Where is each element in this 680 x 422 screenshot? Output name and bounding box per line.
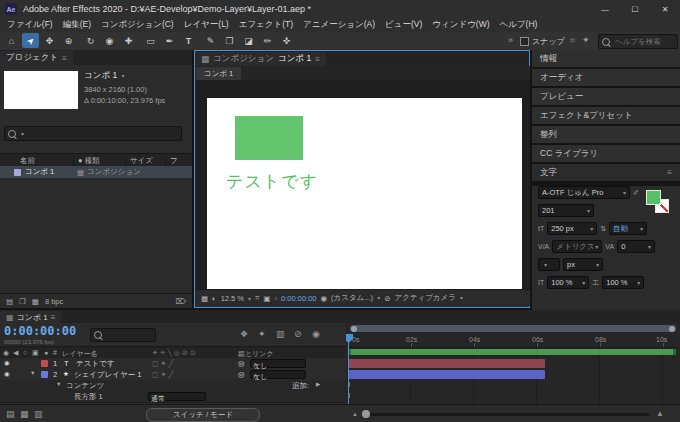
expander-icon[interactable]: ▼: [30, 370, 35, 376]
comp-timecode[interactable]: 0:00:00:00: [281, 294, 316, 303]
layer-name[interactable]: テストです: [76, 359, 114, 369]
number-column-header[interactable]: #: [53, 349, 57, 356]
pen-tool-icon[interactable]: ✒: [161, 33, 178, 48]
horizontal-scale-select[interactable]: 100 %▾: [602, 276, 644, 289]
parent-select[interactable]: なし▾: [250, 370, 306, 379]
stroke-style-select[interactable]: ▾: [538, 258, 560, 271]
snapshot-camera-icon[interactable]: ◉: [321, 294, 328, 303]
frame-blend-icon[interactable]: ⊘: [294, 329, 302, 339]
selection-tool-icon[interactable]: ➤: [22, 33, 39, 48]
panel-effects-presets[interactable]: エフェクト&プリセット: [532, 107, 680, 124]
help-search[interactable]: [598, 34, 678, 49]
orbit-tool-icon[interactable]: ↻: [82, 33, 99, 48]
hand-tool-icon[interactable]: ✥: [41, 33, 58, 48]
fill-stroke-swatches[interactable]: [646, 190, 672, 216]
region-of-interest-icon[interactable]: ▫: [274, 294, 277, 303]
interpret-footage-icon[interactable]: ▤: [6, 297, 13, 306]
type-tool-icon[interactable]: T: [180, 33, 197, 48]
parent-select[interactable]: なし▾: [250, 359, 306, 368]
font-size-select[interactable]: 250 px▾: [547, 222, 597, 235]
puppet-tool-icon[interactable]: ✜: [278, 33, 295, 48]
rotobrush-tool-icon[interactable]: ✏: [259, 33, 276, 48]
vertical-scale-select[interactable]: 100 %▾: [547, 276, 589, 289]
viewer-tab-comp1[interactable]: コンポ 1: [196, 67, 241, 80]
col-type[interactable]: ● 種類: [74, 156, 126, 166]
layer-switches[interactable]: ◻ ✦ ╱: [152, 359, 173, 368]
expand-layer-switches-icon[interactable]: ▤: [6, 409, 15, 419]
resolution-control[interactable]: (カスタム...) ▾: [331, 293, 380, 303]
pan-behind-tool-icon[interactable]: ✚: [120, 33, 137, 48]
layer-duration-bar-text[interactable]: [348, 359, 545, 368]
new-folder-icon[interactable]: ❐: [19, 297, 26, 306]
tab-project[interactable]: プロジェクト ≡: [0, 51, 73, 65]
rectangle-row[interactable]: 長方形 1 通常▾: [0, 391, 346, 403]
pickwhip-icon[interactable]: ◎: [238, 359, 245, 368]
audio-column-icon[interactable]: ◀: [13, 349, 18, 357]
panel-preview[interactable]: プレビュー: [532, 88, 680, 105]
zoom-out-mountain-icon[interactable]: ▲: [352, 411, 358, 417]
col-name[interactable]: 名前: [0, 156, 74, 166]
add-property-flyout-icon[interactable]: ▶: [316, 381, 320, 387]
pickwhip-icon[interactable]: ◎: [238, 370, 245, 379]
timeline-search-field[interactable]: [90, 328, 156, 342]
camera-view-control[interactable]: アクティブカメラ ▾: [394, 293, 463, 303]
panel-menu-icon[interactable]: ≡: [315, 55, 320, 64]
zoom-tool-icon[interactable]: ⊕: [60, 33, 77, 48]
navigator-handle-right[interactable]: [669, 326, 675, 332]
eraser-tool-icon[interactable]: ◪: [240, 33, 257, 48]
camera-tool-icon[interactable]: ◉: [101, 33, 118, 48]
hide-shy-icon[interactable]: ▥: [276, 329, 285, 339]
comp-thumbnail[interactable]: [4, 71, 78, 109]
timeline-timecode[interactable]: 0:00:00:00: [4, 324, 76, 338]
tracking-select[interactable]: 0▾: [617, 240, 655, 253]
menu-animation[interactable]: アニメーション(A): [298, 19, 380, 31]
panel-menu-icon[interactable]: ≡: [667, 168, 672, 177]
col-extra[interactable]: フ: [166, 156, 178, 166]
snapshot-icon[interactable]: ▦: [201, 294, 208, 303]
panel-menu-icon[interactable]: ≡: [51, 313, 56, 322]
label-chip[interactable]: [41, 371, 48, 378]
stamp-tool-icon[interactable]: ❐: [221, 33, 238, 48]
menu-layer[interactable]: レイヤー(L): [179, 19, 234, 31]
panel-menu-icon[interactable]: ≡: [62, 54, 67, 63]
label-column-icon[interactable]: ●: [44, 349, 48, 356]
timeline-tab-comp1[interactable]: ▦ コンポ 1 ≡: [0, 311, 61, 323]
leading-select[interactable]: 自動▾: [609, 222, 647, 235]
timeline-tracks-area[interactable]: 0s 02s 04s 06s 08s 10s I I: [346, 323, 680, 404]
work-area-bar[interactable]: [348, 349, 676, 355]
time-ruler[interactable]: 0s 02s 04s 06s 08s 10s: [348, 334, 678, 348]
panel-character[interactable]: 文字 ≡: [532, 164, 680, 181]
help-search-input[interactable]: [613, 36, 677, 47]
label-chip[interactable]: [14, 169, 21, 176]
layer-duration-bar-shape[interactable]: [348, 370, 545, 379]
navigator-handle-left[interactable]: [351, 326, 357, 332]
motion-blur-icon[interactable]: ◉: [312, 329, 320, 339]
timeline-zoom-handle[interactable]: [362, 410, 370, 418]
panel-audio[interactable]: オーディオ: [532, 69, 680, 86]
color-depth-button[interactable]: 8 bpc: [45, 297, 63, 306]
comp-viewer[interactable]: テストです: [196, 80, 530, 291]
panel-cc-libraries[interactable]: CC ライブラリ: [532, 145, 680, 162]
comp-canvas[interactable]: テストです: [207, 98, 522, 290]
comp-mini-flowchart-icon[interactable]: ❖: [240, 329, 248, 339]
expand-transfer-controls-icon[interactable]: ▦: [20, 409, 29, 419]
grid-guides-icon[interactable]: ⌗: [255, 293, 259, 303]
zoom-in-mountain-icon[interactable]: ▲: [656, 409, 664, 418]
switch-mode-button[interactable]: スイッチ / モード: [146, 408, 260, 422]
shape-rectangle[interactable]: [235, 116, 303, 160]
layer-name[interactable]: シェイプレイヤー 1: [74, 370, 142, 380]
playhead-line[interactable]: [348, 334, 349, 404]
home-icon[interactable]: ⌂: [3, 33, 20, 48]
panel-align[interactable]: 整列: [532, 126, 680, 143]
panel-info[interactable]: 情報: [532, 50, 680, 67]
brush-tool-icon[interactable]: ✎: [202, 33, 219, 48]
menu-edit[interactable]: 編集(E): [58, 19, 96, 31]
new-comp-icon[interactable]: ▦: [32, 297, 39, 306]
flag-caret-icon[interactable]: ▾: [122, 73, 125, 79]
rectangle-label[interactable]: 長方形 1: [74, 392, 103, 402]
kerning-select[interactable]: メトリクス▾: [552, 240, 602, 253]
blend-mode-select[interactable]: 通常▾: [148, 392, 206, 401]
trash-icon[interactable]: ⌦: [175, 297, 186, 306]
mask-visibility-icon[interactable]: ▣: [263, 294, 270, 303]
project-search-field[interactable]: ▾: [4, 126, 182, 141]
